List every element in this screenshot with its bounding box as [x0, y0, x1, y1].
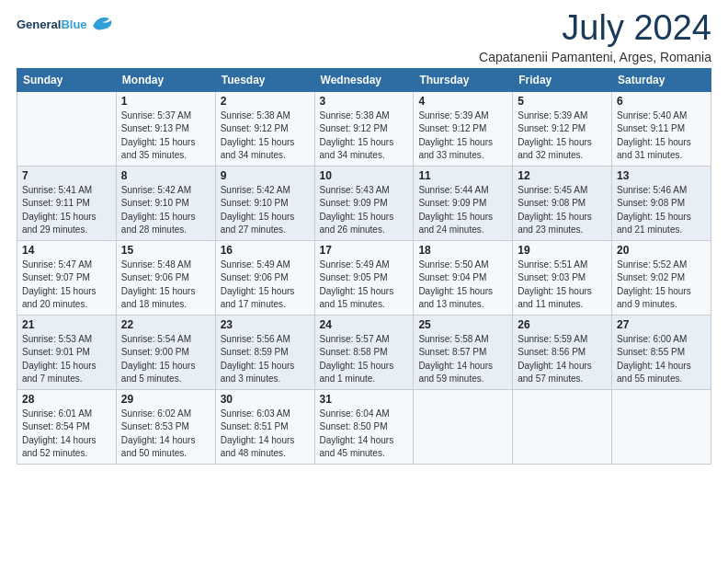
- day-number: 7: [22, 169, 111, 182]
- day-cell: 21Sunrise: 5:53 AMSunset: 9:01 PMDayligh…: [17, 315, 117, 389]
- day-cell: 11Sunrise: 5:44 AMSunset: 9:09 PMDayligh…: [414, 166, 513, 240]
- day-cell: 25Sunrise: 5:58 AMSunset: 8:57 PMDayligh…: [414, 315, 513, 389]
- day-info: Sunrise: 5:48 AMSunset: 9:06 PMDaylight:…: [121, 259, 210, 312]
- day-cell: 19Sunrise: 5:51 AMSunset: 9:03 PMDayligh…: [513, 240, 612, 315]
- week-row-4: 21Sunrise: 5:53 AMSunset: 9:01 PMDayligh…: [17, 315, 711, 389]
- day-number: 22: [121, 318, 210, 331]
- day-cell: 30Sunrise: 6:03 AMSunset: 8:51 PMDayligh…: [215, 389, 314, 464]
- day-number: 2: [221, 95, 310, 108]
- day-number: 13: [617, 169, 706, 182]
- weekday-header-tuesday: Tuesday: [215, 68, 314, 91]
- logo: GeneralBlue: [17, 9, 115, 36]
- day-cell: 7Sunrise: 5:41 AMSunset: 9:11 PMDaylight…: [17, 166, 117, 240]
- day-cell: [17, 91, 117, 166]
- day-number: 16: [221, 244, 310, 257]
- day-info: Sunrise: 5:49 AMSunset: 9:05 PMDaylight:…: [320, 259, 409, 312]
- day-info: Sunrise: 5:45 AMSunset: 9:08 PMDaylight:…: [518, 184, 607, 237]
- day-cell: 22Sunrise: 5:54 AMSunset: 9:00 PMDayligh…: [116, 315, 215, 389]
- day-cell: 24Sunrise: 5:57 AMSunset: 8:58 PMDayligh…: [314, 315, 414, 389]
- day-info: Sunrise: 6:00 AMSunset: 8:55 PMDaylight:…: [617, 333, 706, 386]
- day-number: 30: [221, 393, 310, 406]
- day-info: Sunrise: 5:42 AMSunset: 9:10 PMDaylight:…: [121, 184, 210, 237]
- day-number: 18: [418, 244, 507, 257]
- day-info: Sunrise: 5:37 AMSunset: 9:13 PMDaylight:…: [121, 109, 210, 163]
- day-info: Sunrise: 5:43 AMSunset: 9:09 PMDaylight:…: [320, 184, 409, 237]
- day-cell: 16Sunrise: 5:49 AMSunset: 9:06 PMDayligh…: [215, 240, 314, 315]
- day-info: Sunrise: 6:02 AMSunset: 8:53 PMDaylight:…: [121, 408, 210, 461]
- day-number: 20: [617, 244, 706, 257]
- day-info: Sunrise: 5:40 AMSunset: 9:11 PMDaylight:…: [617, 109, 706, 163]
- logo-bird-icon: [89, 13, 115, 36]
- day-number: 27: [617, 318, 706, 331]
- day-number: 1: [121, 95, 210, 108]
- day-cell: 4Sunrise: 5:39 AMSunset: 9:12 PMDaylight…: [414, 91, 513, 166]
- day-info: Sunrise: 6:03 AMSunset: 8:51 PMDaylight:…: [221, 408, 310, 461]
- day-info: Sunrise: 5:49 AMSunset: 9:06 PMDaylight:…: [221, 259, 310, 312]
- day-info: Sunrise: 5:50 AMSunset: 9:04 PMDaylight:…: [418, 259, 507, 312]
- day-cell: 20Sunrise: 5:52 AMSunset: 9:02 PMDayligh…: [612, 240, 711, 315]
- day-info: Sunrise: 5:38 AMSunset: 9:12 PMDaylight:…: [221, 109, 310, 163]
- day-cell: 14Sunrise: 5:47 AMSunset: 9:07 PMDayligh…: [17, 240, 117, 315]
- day-info: Sunrise: 5:44 AMSunset: 9:09 PMDaylight:…: [418, 184, 507, 237]
- day-number: 12: [518, 169, 607, 182]
- day-number: 10: [320, 169, 409, 182]
- day-cell: [612, 389, 711, 464]
- day-info: Sunrise: 5:58 AMSunset: 8:57 PMDaylight:…: [418, 333, 507, 386]
- day-cell: [513, 389, 612, 464]
- week-row-5: 28Sunrise: 6:01 AMSunset: 8:54 PMDayligh…: [17, 389, 711, 464]
- day-cell: 9Sunrise: 5:42 AMSunset: 9:10 PMDaylight…: [215, 166, 314, 240]
- day-number: 26: [518, 318, 607, 331]
- day-number: 14: [22, 244, 111, 257]
- day-info: Sunrise: 5:56 AMSunset: 8:59 PMDaylight:…: [221, 333, 310, 386]
- weekday-header-wednesday: Wednesday: [314, 68, 414, 91]
- day-info: Sunrise: 6:04 AMSunset: 8:50 PMDaylight:…: [320, 408, 409, 461]
- day-cell: 6Sunrise: 5:40 AMSunset: 9:11 PMDaylight…: [612, 91, 711, 166]
- day-info: Sunrise: 5:51 AMSunset: 9:03 PMDaylight:…: [518, 259, 607, 312]
- day-number: 28: [22, 393, 111, 406]
- day-info: Sunrise: 5:53 AMSunset: 9:01 PMDaylight:…: [22, 333, 111, 386]
- day-cell: 17Sunrise: 5:49 AMSunset: 9:05 PMDayligh…: [314, 240, 414, 315]
- day-cell: 3Sunrise: 5:38 AMSunset: 9:12 PMDaylight…: [314, 91, 414, 166]
- day-info: Sunrise: 5:57 AMSunset: 8:58 PMDaylight:…: [320, 333, 409, 386]
- day-cell: 2Sunrise: 5:38 AMSunset: 9:12 PMDaylight…: [215, 91, 314, 166]
- weekday-header-friday: Friday: [513, 68, 612, 91]
- weekday-header-sunday: Sunday: [17, 68, 117, 91]
- week-row-3: 14Sunrise: 5:47 AMSunset: 9:07 PMDayligh…: [17, 240, 711, 315]
- day-cell: 15Sunrise: 5:48 AMSunset: 9:06 PMDayligh…: [116, 240, 215, 315]
- day-cell: 5Sunrise: 5:39 AMSunset: 9:12 PMDaylight…: [513, 91, 612, 166]
- day-info: Sunrise: 5:47 AMSunset: 9:07 PMDaylight:…: [22, 259, 111, 312]
- week-row-1: 1Sunrise: 5:37 AMSunset: 9:13 PMDaylight…: [17, 91, 711, 166]
- day-cell: 29Sunrise: 6:02 AMSunset: 8:53 PMDayligh…: [116, 389, 215, 464]
- day-info: Sunrise: 5:54 AMSunset: 9:00 PMDaylight:…: [121, 333, 210, 386]
- day-cell: 13Sunrise: 5:46 AMSunset: 9:08 PMDayligh…: [612, 166, 711, 240]
- day-number: 31: [320, 393, 409, 406]
- weekday-header-row: SundayMondayTuesdayWednesdayThursdayFrid…: [17, 68, 711, 91]
- location-title: Capatanenii Pamanteni, Arges, Romania: [479, 50, 711, 64]
- month-title: July 2024: [479, 9, 711, 48]
- day-cell: [414, 389, 513, 464]
- day-number: 6: [617, 95, 706, 108]
- day-number: 21: [22, 318, 111, 331]
- day-info: Sunrise: 5:41 AMSunset: 9:11 PMDaylight:…: [22, 184, 111, 237]
- logo-blue: Blue: [61, 17, 86, 31]
- day-number: 29: [121, 393, 210, 406]
- day-cell: 31Sunrise: 6:04 AMSunset: 8:50 PMDayligh…: [314, 389, 414, 464]
- day-cell: 18Sunrise: 5:50 AMSunset: 9:04 PMDayligh…: [414, 240, 513, 315]
- day-cell: 8Sunrise: 5:42 AMSunset: 9:10 PMDaylight…: [116, 166, 215, 240]
- day-info: Sunrise: 5:59 AMSunset: 8:56 PMDaylight:…: [518, 333, 607, 386]
- day-number: 19: [518, 244, 607, 257]
- day-number: 3: [320, 95, 409, 108]
- day-cell: 26Sunrise: 5:59 AMSunset: 8:56 PMDayligh…: [513, 315, 612, 389]
- day-number: 5: [518, 95, 607, 108]
- title-block: July 2024 Capatanenii Pamanteni, Arges, …: [479, 9, 711, 64]
- day-cell: 23Sunrise: 5:56 AMSunset: 8:59 PMDayligh…: [215, 315, 314, 389]
- day-info: Sunrise: 5:52 AMSunset: 9:02 PMDaylight:…: [617, 259, 706, 312]
- day-number: 17: [320, 244, 409, 257]
- day-info: Sunrise: 5:39 AMSunset: 9:12 PMDaylight:…: [418, 109, 507, 163]
- day-number: 8: [121, 169, 210, 182]
- page: GeneralBlue July 2024 Capatanenii Pamant…: [0, 0, 728, 563]
- day-info: Sunrise: 6:01 AMSunset: 8:54 PMDaylight:…: [22, 408, 111, 461]
- day-info: Sunrise: 5:39 AMSunset: 9:12 PMDaylight:…: [518, 109, 607, 163]
- day-cell: 28Sunrise: 6:01 AMSunset: 8:54 PMDayligh…: [17, 389, 117, 464]
- day-cell: 12Sunrise: 5:45 AMSunset: 9:08 PMDayligh…: [513, 166, 612, 240]
